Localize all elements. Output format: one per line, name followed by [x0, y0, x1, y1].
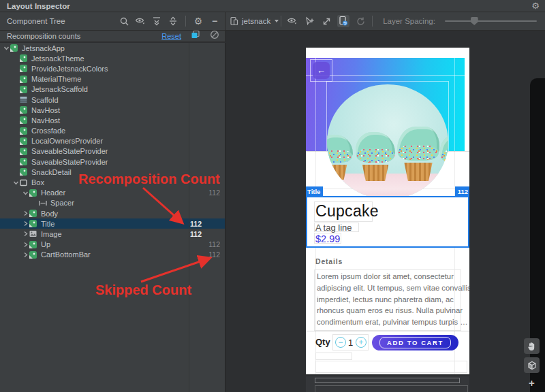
back-button[interactable]: ←: [313, 62, 330, 79]
pan-mode-button[interactable]: [524, 338, 540, 354]
compose-icon: [29, 251, 38, 259]
chevron-collapsed-icon[interactable]: [22, 220, 29, 227]
tree-node-label: Title: [41, 220, 54, 228]
compose-icon: [20, 148, 29, 155]
chevron-collapsed-icon[interactable]: [22, 231, 29, 237]
tree-node-label: Header: [41, 189, 65, 197]
device-screen[interactable]: ← Title 112 Cupcake A tag line $2: [306, 48, 469, 374]
layout-inspector-viewport[interactable]: ← Title 112 Cupcake A tag line $2: [226, 31, 545, 392]
tree-node-cartbottombar[interactable]: CartBottomBar112: [0, 250, 225, 260]
component-tree-header: Component Tree ⚙ −: [0, 12, 225, 30]
collapse-all-icon[interactable]: [167, 15, 179, 27]
chevron-expanded-icon[interactable]: [22, 190, 29, 196]
divider: [306, 331, 469, 331]
window-title: Layout Inspector: [7, 2, 70, 10]
compose-icon: [20, 127, 29, 135]
device-icon: [230, 16, 239, 26]
tree-node-image[interactable]: Image112: [0, 229, 225, 239]
product-price: $2.99: [315, 233, 340, 244]
compose-icon: [29, 220, 38, 227]
tree-node-up[interactable]: Up112: [0, 240, 225, 250]
slider-thumb[interactable]: [471, 17, 478, 25]
cupcake-illustration: [397, 127, 439, 181]
box-icon: [20, 179, 29, 186]
pan-to-selection-icon[interactable]: [320, 15, 332, 27]
counts-column-divider: [189, 43, 189, 392]
tree-node-navhost[interactable]: NavHost: [0, 115, 225, 125]
pan-hand-icon: [527, 342, 536, 351]
rotation-3d-button[interactable]: [524, 357, 540, 373]
tree-node-scaffold[interactable]: Scaffold: [0, 95, 225, 105]
chevron-collapsed-icon[interactable]: [22, 242, 29, 248]
tree-node-jetsnacktheme[interactable]: JetsnackTheme: [0, 53, 225, 63]
tree-node-body[interactable]: Body: [0, 208, 225, 218]
toolbar-separator: [372, 16, 373, 27]
tree-node-label: Image: [41, 230, 62, 238]
tree-settings-gear-icon[interactable]: ⚙: [192, 15, 204, 27]
process-selector[interactable]: jetsnack: [230, 16, 279, 26]
qty-minus-button[interactable]: −: [335, 337, 346, 348]
refresh-icon[interactable]: [354, 15, 367, 27]
view-options-eye-icon[interactable]: [134, 15, 146, 27]
add-to-cart-button[interactable]: ADD TO CART: [372, 335, 458, 350]
component-tree-title: Component Tree: [7, 17, 65, 25]
qty-plus-button[interactable]: +: [356, 337, 367, 348]
chevron-collapsed-icon[interactable]: [22, 252, 29, 258]
tree-node-jetsnackscaffold[interactable]: JetsnackScaffold: [0, 84, 225, 95]
tree-node-label: ProvideJetsnackColors: [31, 65, 108, 73]
tree-node-saveablestateprovider[interactable]: SaveableStateProvider: [0, 146, 225, 157]
mode-3d-toggle-icon[interactable]: [337, 15, 349, 27]
search-icon[interactable]: [118, 15, 130, 27]
tree-node-navhost[interactable]: NavHost: [0, 105, 225, 115]
hide-panel-icon[interactable]: −: [208, 15, 221, 27]
recomposition-counts-bar: Recomposition counts Reset: [0, 31, 225, 42]
tree-node-header[interactable]: Header112: [0, 188, 225, 198]
expand-all-icon[interactable]: [151, 15, 163, 27]
recomposition-counts-label: Recomposition counts: [7, 32, 80, 40]
tree-node-label: LocalOwnersProvider: [31, 137, 103, 145]
skipped-count-value: 112: [208, 240, 220, 248]
details-text-line: adipiscing elit. Ut tempus, sem vitae co…: [317, 284, 469, 292]
tree-node-saveablestateprovider[interactable]: SaveableStateProvider: [0, 157, 225, 167]
reset-counts-link[interactable]: Reset: [161, 32, 181, 40]
tree-node-label: Crossfade: [31, 127, 65, 135]
inspector-toolbar: jetsnack Layer Spacing:: [225, 12, 545, 30]
chevron-expanded-icon[interactable]: [3, 45, 10, 51]
zoom-in-button[interactable]: +: [524, 376, 540, 389]
compose-icon: [20, 86, 29, 93]
details-text-line: condimentum erat, pulvinar tempus turpis…: [317, 318, 468, 326]
toolbar-row: Component Tree ⚙ − jetsnack: [0, 12, 545, 31]
tree-node-label: Up: [41, 240, 50, 248]
arrow-left-icon: ←: [317, 65, 326, 76]
spacer-icon: [39, 199, 48, 207]
compose-icon: [20, 65, 29, 72]
selection-badge-count: 112: [455, 186, 469, 196]
tree-node-providejetsnackcolors[interactable]: ProvideJetsnackColors: [0, 63, 225, 74]
tree-node-materialtheme[interactable]: MaterialTheme: [0, 74, 225, 84]
tree-node-crossfade[interactable]: Crossfade: [0, 126, 225, 136]
disable-counts-icon[interactable]: [210, 30, 219, 42]
tree-node-spacer[interactable]: Spacer: [0, 198, 225, 208]
compose-icon: [20, 54, 29, 62]
tree-node-jetsnackapp[interactable]: JetsnackApp: [0, 43, 225, 53]
view-options-eye-icon[interactable]: [286, 15, 298, 27]
compose-icon: [20, 137, 29, 145]
compose-icon: [29, 189, 38, 197]
chevron-expanded-icon[interactable]: [12, 180, 20, 186]
details-text-line: Lorem ipsum dolor sit amet, consectetur: [317, 272, 454, 280]
tree-node-localownersprovider[interactable]: LocalOwnersProvider: [0, 136, 225, 146]
compose-icon: [29, 241, 38, 248]
settings-gear-icon[interactable]: ⚙: [531, 1, 540, 11]
product-name: Cupcake: [315, 202, 379, 220]
image-icon: [29, 230, 38, 238]
highlight-recompositions-icon[interactable]: [191, 30, 200, 42]
chevron-collapsed-icon[interactable]: [22, 210, 29, 216]
compose-icon: [20, 158, 29, 165]
tree-node-title[interactable]: Title112: [0, 218, 225, 229]
layer-spacing-slider[interactable]: [445, 16, 537, 27]
skipped-count-value: 112: [208, 250, 220, 259]
compose-icon: [20, 168, 29, 176]
tree-node-label: Box: [31, 178, 44, 186]
select-component-icon[interactable]: [303, 15, 315, 27]
product-image: [327, 84, 448, 199]
